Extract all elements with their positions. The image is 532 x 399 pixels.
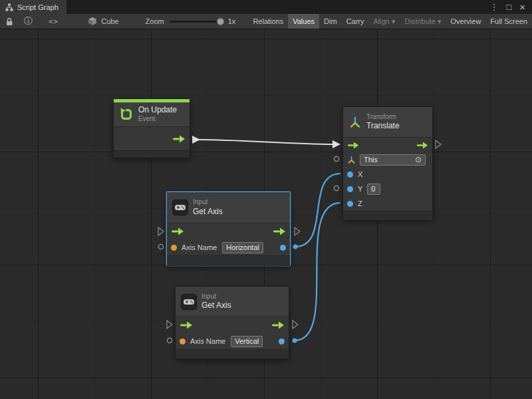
flow-input-icon[interactable] <box>171 227 184 235</box>
node-title: On Update <box>138 105 177 115</box>
port-label-x: X <box>358 170 362 178</box>
value-port-x-icon[interactable] <box>347 172 353 178</box>
port-label-z: Z <box>358 200 362 207</box>
transform-mini-icon <box>347 156 356 164</box>
value-port-z-icon[interactable] <box>347 201 353 207</box>
node-category: Input <box>201 293 231 301</box>
flow-input-icon[interactable] <box>180 321 193 329</box>
param-label: Axis Name <box>190 337 225 345</box>
graph-owner-label: Cube <box>101 17 118 25</box>
zoom-slider[interactable] <box>170 21 223 23</box>
object-picker-icon[interactable]: ⊙ <box>415 156 422 163</box>
graph-owner[interactable]: Cube <box>88 17 118 26</box>
flow-input-port[interactable] <box>158 227 164 235</box>
axis-name-field[interactable]: Horizontal <box>222 242 263 253</box>
value-connection-start-dot[interactable] <box>293 244 297 249</box>
node-title: Translate <box>366 121 400 131</box>
value-connection-vertical-z[interactable] <box>295 203 340 340</box>
script-graph-icon <box>5 3 13 11</box>
dim-button[interactable]: Dim <box>319 14 342 29</box>
window-controls: ⋮ □ × <box>489 0 532 14</box>
zoom-control: Zoom 1x <box>146 17 236 25</box>
toolbar-buttons: Relations Values Dim Carry Align▾ Distri… <box>248 14 532 29</box>
tab-script-graph[interactable]: Script Graph <box>0 0 66 14</box>
flow-input-icon[interactable] <box>347 142 359 149</box>
port-label-y: Y <box>358 185 362 193</box>
overview-button[interactable]: Overview <box>446 14 486 29</box>
transform-icon <box>348 116 362 129</box>
chevron-down-icon: ▾ <box>392 17 396 26</box>
carry-button[interactable]: Carry <box>342 14 369 29</box>
on-update-icon <box>119 107 134 122</box>
node-subtitle: Event <box>138 115 177 124</box>
node-get-axis-vertical[interactable]: Input Get Axis Axis Name Vertical <box>175 286 289 359</box>
zoom-value: 1x <box>228 17 236 25</box>
node-footer <box>343 211 432 220</box>
node-footer <box>114 150 190 158</box>
flow-output-icon[interactable] <box>271 321 285 329</box>
maximize-icon[interactable]: □ <box>506 3 511 11</box>
value-port-y-icon[interactable] <box>347 186 353 192</box>
tab-title: Script Graph <box>17 3 59 11</box>
distribute-button[interactable]: Distribute▾ <box>400 14 446 29</box>
y-value-field[interactable]: 0 <box>367 184 380 195</box>
node-title: Get Axis <box>201 301 231 311</box>
graph-canvas[interactable]: On Update Event Transform <box>0 29 532 399</box>
node-footer <box>176 349 289 358</box>
string-port-icon[interactable] <box>180 338 186 344</box>
value-input-port[interactable] <box>158 244 163 249</box>
flow-output-icon[interactable] <box>273 227 286 235</box>
chevron-down-icon: ▾ <box>438 17 442 26</box>
node-footer <box>167 255 290 266</box>
node-get-axis-horizontal[interactable]: Input Get Axis Axis Name Horizontal <box>166 192 291 266</box>
values-button[interactable]: Values <box>288 14 319 29</box>
flow-connection[interactable] <box>199 140 332 144</box>
gamepad-icon <box>181 294 197 310</box>
axis-name-field[interactable]: Vertical <box>231 336 263 347</box>
code-icon[interactable]: <> <box>49 17 59 26</box>
menu-icon[interactable]: ⋮ <box>489 3 498 11</box>
value-input-port[interactable] <box>334 186 338 190</box>
flow-output-port[interactable] <box>436 140 441 148</box>
node-category: Input <box>193 198 223 207</box>
flow-arrowhead[interactable] <box>332 140 340 148</box>
graph-toolbar: ⓘ <> Cube Zoom 1x Relations Values Dim C… <box>0 14 532 29</box>
node-category: Transform <box>366 113 400 122</box>
this-field-value: This <box>364 156 378 164</box>
value-output-icon[interactable] <box>280 245 286 251</box>
this-object-field[interactable]: This ⊙ <box>360 154 426 166</box>
node-title: Get Axis <box>193 207 223 217</box>
string-port-icon[interactable] <box>171 245 177 251</box>
info-icon[interactable]: ⓘ <box>24 15 33 27</box>
flow-output-port[interactable] <box>293 321 298 329</box>
flow-output-port[interactable] <box>295 227 300 235</box>
fullscreen-button[interactable]: Full Screen <box>485 14 532 29</box>
flow-source-port[interactable] <box>192 136 200 144</box>
gamepad-icon <box>172 200 188 215</box>
value-output-icon[interactable] <box>279 338 285 344</box>
value-connection-start-dot[interactable] <box>292 338 297 342</box>
node-on-update[interactable]: On Update Event <box>113 98 190 158</box>
close-icon[interactable]: × <box>519 2 525 12</box>
value-input-port[interactable] <box>334 156 338 161</box>
flow-input-port[interactable] <box>167 321 172 329</box>
value-connection-horizontal-x[interactable] <box>295 174 340 247</box>
flow-output-icon[interactable] <box>416 142 428 149</box>
param-label: Axis Name <box>182 243 217 251</box>
align-button[interactable]: Align▾ <box>369 14 400 29</box>
zoom-slider-knob[interactable] <box>217 18 224 25</box>
title-bar: Script Graph ⋮ □ × <box>0 0 532 14</box>
relations-button[interactable]: Relations <box>248 14 288 29</box>
value-input-port[interactable] <box>167 338 172 342</box>
lock-icon[interactable] <box>5 17 13 26</box>
zoom-label: Zoom <box>146 17 164 25</box>
node-transform-translate[interactable]: Transform Translate This <box>342 106 433 219</box>
script-graph-window: Script Graph ⋮ □ × ⓘ <> Cube Zoom <box>0 0 532 399</box>
cube-icon <box>88 17 97 26</box>
flow-output-icon[interactable] <box>172 135 186 143</box>
